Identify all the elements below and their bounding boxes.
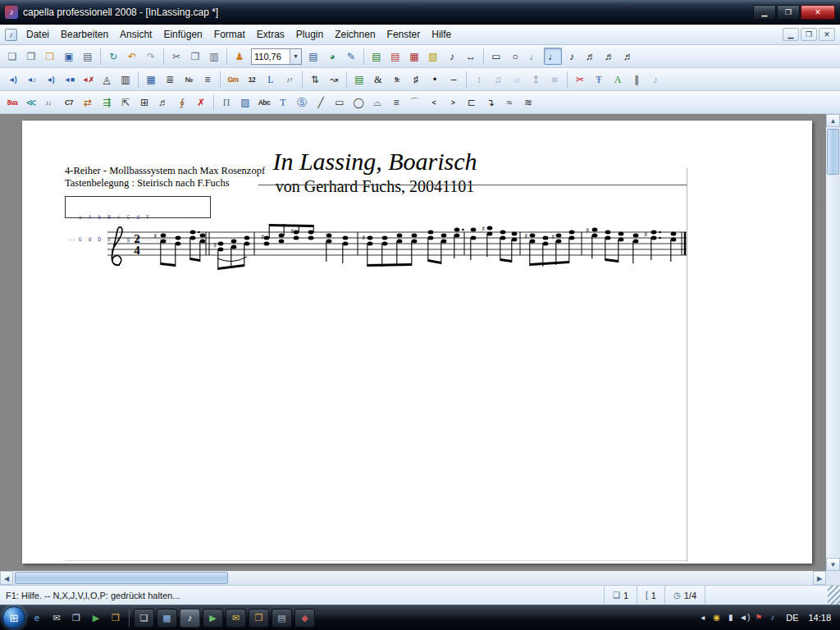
cut-button[interactable]: ✂ <box>167 48 185 65</box>
vertical-scrollbar[interactable]: ▲ ▼ <box>826 114 840 571</box>
menu-format[interactable]: Format <box>208 26 251 43</box>
minimize-button[interactable]: ▁ <box>753 5 776 20</box>
trill-button[interactable]: ≈ <box>500 94 518 111</box>
bracket-button[interactable]: ∥ <box>628 71 646 88</box>
print-button[interactable]: ▤ <box>79 48 97 65</box>
music-staff[interactable]: 24♯♯♯♯♯♯♯♯♯♯ <box>104 222 688 275</box>
menu-ansicht[interactable]: Ansicht <box>114 26 158 43</box>
lines-tool-button[interactable]: ≡ <box>387 94 405 111</box>
full-page-view-button[interactable]: ▤ <box>304 48 322 65</box>
note-spacing-button[interactable]: ↔ <box>462 48 480 65</box>
jump-mark-button[interactable]: ↴ <box>482 94 500 111</box>
bar-numbers-button[interactable]: № <box>180 71 198 88</box>
guitar-icon[interactable]: ∮ <box>173 94 191 111</box>
button-layout-legend[interactable]: -- a A b B c C d F -- -- -- -- G d D e E… <box>65 196 211 218</box>
quicklaunch-media-player[interactable]: ▶ <box>87 609 105 627</box>
lyrics-button[interactable]: L <box>262 71 280 88</box>
tray-security-icon[interactable]: ⚑ <box>751 609 765 626</box>
menu-extras[interactable]: Extras <box>251 26 290 43</box>
insert-notes-button[interactable]: ♪ <box>443 48 461 65</box>
midi-keyboard-button[interactable]: ▥ <box>116 71 135 88</box>
pattern-pen-button[interactable]: ✎ <box>342 48 360 65</box>
quicklaunch-browser[interactable]: e <box>28 609 46 627</box>
mdi-close-button[interactable]: ✕ <box>819 28 835 41</box>
system-compress-button[interactable]: ▦ <box>405 48 423 65</box>
swap-voices-button[interactable]: ⇄ <box>79 94 97 111</box>
menu-bearbeiten[interactable]: Bearbeiten <box>55 26 114 43</box>
mdi-restore-button[interactable]: ❐ <box>801 28 817 41</box>
eighth-note-button[interactable]: ♪ <box>563 48 581 65</box>
slur-symbol-button[interactable]: Ⓢ <box>293 94 311 111</box>
task-window-2[interactable]: ▦ <box>157 609 177 628</box>
line-tool-button[interactable]: ╱ <box>312 94 330 111</box>
tray-update-icon[interactable]: ◉ <box>710 609 724 626</box>
dash-button[interactable]: – <box>445 71 463 88</box>
menu-hilfe[interactable]: Hilfe <box>426 26 457 43</box>
arc-tool-button[interactable]: ⌓ <box>368 94 386 111</box>
voice-up-down-button[interactable]: ⇅ <box>306 71 324 88</box>
treble-clef-button[interactable]: & <box>369 71 387 88</box>
sixtyfourth-note-button[interactable]: ♬ <box>619 48 637 65</box>
metronome-button[interactable]: ◬ <box>98 71 116 88</box>
chord-symbols-button[interactable]: Gm <box>224 71 242 88</box>
wavy-line-button[interactable]: ≋ <box>519 94 537 111</box>
text-frame-button[interactable]: Ŧ <box>590 71 608 88</box>
color-pie-button[interactable]: ◕ <box>323 48 341 65</box>
new-score-button[interactable]: ❏ <box>3 48 21 65</box>
note-grid-button[interactable]: ⊞ <box>135 94 153 111</box>
angle-bracket-button[interactable]: ≪ <box>22 94 40 111</box>
tray-volume-icon[interactable]: ◄) <box>737 609 751 626</box>
system-colors-button[interactable]: ▧ <box>424 48 442 65</box>
abc-text-button[interactable]: Abc <box>255 94 273 111</box>
status-system-indicator[interactable]: [1 <box>637 586 664 605</box>
maximize-button[interactable]: ❐ <box>777 5 800 20</box>
zoom-dropdown-arrow[interactable]: ▾ <box>290 49 301 64</box>
play-voice-button[interactable]: ◄♪ <box>22 71 40 88</box>
list-view-button[interactable]: ≡ <box>199 71 217 88</box>
menu-plugin[interactable]: Plugin <box>290 26 329 43</box>
mute-button[interactable]: ◄✗ <box>79 71 97 88</box>
document-icon[interactable]: ♪ <box>5 29 17 41</box>
start-button[interactable]: ⊞ <box>2 606 25 629</box>
scroll-down-button[interactable]: ▼ <box>826 558 840 571</box>
align-lines-button[interactable]: ≣ <box>161 71 179 88</box>
menu-datei[interactable]: Datei <box>21 26 55 43</box>
status-page-indicator[interactable]: ❏1 <box>604 586 637 605</box>
grace-notes-button[interactable]: ♬ <box>154 94 172 111</box>
task-window-6[interactable]: ❒ <box>249 609 269 628</box>
play-all-button[interactable]: ◄) <box>3 71 21 88</box>
resize-grip[interactable] <box>828 586 840 605</box>
sharp-button[interactable]: ♯ <box>407 71 425 88</box>
zoom-value-input[interactable] <box>252 50 290 63</box>
copy-button[interactable]: ❐ <box>186 48 204 65</box>
enharmonic-button[interactable]: ↝ <box>325 71 343 88</box>
save-button[interactable]: ▣ <box>60 48 78 65</box>
taskbar-clock[interactable]: 14:18 <box>805 613 838 623</box>
undo-button[interactable]: ↶ <box>123 48 141 65</box>
quicklaunch-show-desktop[interactable]: ❐ <box>67 609 85 627</box>
vertical-scroll-thumb[interactable] <box>827 129 839 175</box>
title-frame[interactable]: In Lassing, Boarisch von Gerhard Fuchs, … <box>63 148 687 196</box>
distribute-voices-button[interactable]: ⇶ <box>98 94 116 111</box>
system-layout-button[interactable]: ▤ <box>368 48 386 65</box>
extract-voice-button[interactable]: ⇱ <box>116 94 135 111</box>
ellipse-tool-button[interactable]: ◯ <box>349 94 368 111</box>
horizontal-scrollbar[interactable]: ◀ ▶ <box>0 571 826 585</box>
tray-capella-icon[interactable]: ♪ <box>765 609 779 626</box>
scroll-up-button[interactable]: ▲ <box>826 114 840 127</box>
text-tool-button[interactable]: T <box>274 94 292 111</box>
open-button[interactable]: ❒ <box>41 48 59 65</box>
tray-network-icon[interactable]: ▮ <box>724 609 737 626</box>
horizontal-scroll-thumb[interactable] <box>15 572 228 584</box>
stop-playback-button[interactable]: ◄■ <box>60 71 78 88</box>
symbol-palette-button[interactable]: Π <box>217 94 235 111</box>
join-notes-button[interactable]: ♪♩ <box>41 94 59 111</box>
quicklaunch-mail[interactable]: ✉ <box>48 609 66 627</box>
zoom-combo[interactable]: ▾ <box>251 48 302 65</box>
thirtysecond-note-button[interactable]: ♬ <box>600 48 619 65</box>
scroll-right-button[interactable]: ▶ <box>813 571 826 585</box>
task-window-4[interactable]: ▶ <box>203 609 223 628</box>
transpose-button[interactable]: ♪↑ <box>281 71 299 88</box>
score-page[interactable]: 4-Reiher - Mollbasssystem nach Max Rosen… <box>22 121 812 564</box>
decrescendo-button[interactable]: > <box>444 94 462 111</box>
